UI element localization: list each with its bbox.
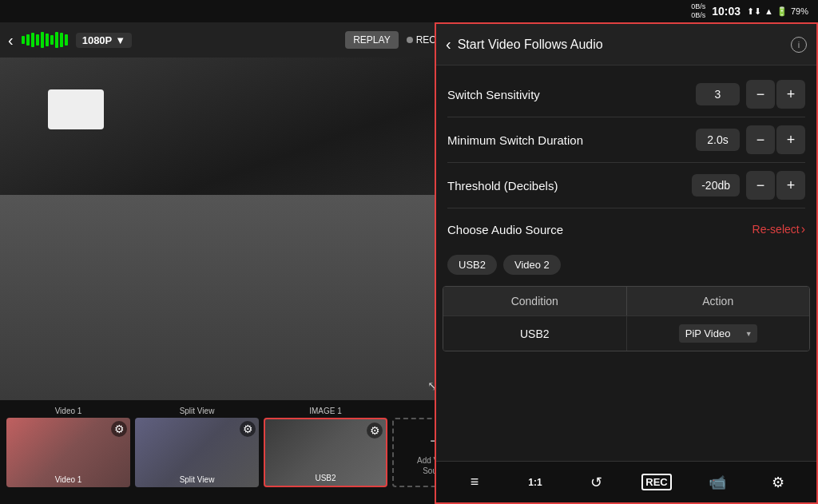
audio-level [22, 32, 68, 48]
switch-sensitivity-label: Switch Sensitivity [447, 88, 689, 101]
switch-sensitivity-value: 3 [696, 83, 740, 105]
clock: 10:03 [712, 5, 741, 18]
list-item[interactable]: Video 1 ⚙ Video 1 [6, 407, 130, 487]
thumbnail-usb2[interactable]: ⚙ USB2 [264, 418, 387, 487]
right-panel: ‹ Start Video Follows Audio i Switch Sen… [435, 22, 818, 504]
table-row: USB2 PiP Video Split View Full Screen [443, 315, 809, 351]
list-item[interactable]: IMAGE 1 ⚙ USB2 [264, 407, 387, 487]
status-icons: ⬆⬇ ▲ 🔋 79% [747, 6, 808, 17]
chevron-right-icon: › [801, 222, 805, 236]
record-button[interactable]: REC [639, 465, 674, 500]
menu-icon: ≡ [471, 474, 479, 490]
signal-icon: ⬆⬇ [747, 6, 761, 17]
page-title: Start Video Follows Audio [458, 38, 784, 52]
gear-icon[interactable]: ⚙ [240, 421, 256, 437]
record-icon: REC [641, 474, 671, 490]
battery-icon: 🔋 [776, 6, 788, 17]
threshold-increment[interactable]: + [776, 171, 805, 200]
source-tag-video2[interactable]: Video 2 [503, 255, 561, 275]
choose-audio-source-row: Choose Audio Source Re-select › [436, 208, 816, 250]
source-tags: USB2 Video 2 [436, 250, 816, 283]
min-switch-duration-increment[interactable]: + [776, 125, 805, 154]
camera-toolbar: ‹ 1080P ▼ REPLAY REC [0, 22, 444, 58]
main-video: ⤡ [0, 58, 444, 400]
left-panel: ‹ 1080P ▼ REPLAY REC ⤡ [0, 22, 444, 504]
back-button[interactable]: ‹ [8, 31, 14, 50]
thumbnail-split-view[interactable]: ⚙ Split View [135, 418, 259, 487]
gear-icon: ⚙ [772, 474, 784, 491]
min-switch-duration-stepper: − + [746, 125, 805, 154]
replay-icon: ↺ [590, 474, 602, 491]
ratio-icon: 1:1 [528, 477, 542, 488]
action-cell: PiP Video Split View Full Screen [627, 316, 810, 351]
thumbnail-video1[interactable]: ⚙ Video 1 [6, 418, 130, 487]
condition-header: Condition [443, 287, 627, 315]
action-header: Action [627, 287, 810, 315]
threshold-row: Threshold (Decibels) -20db − + [436, 163, 816, 208]
min-switch-duration-decrement[interactable]: − [746, 125, 775, 154]
dropdown-arrow-icon: ▼ [115, 34, 125, 46]
menu-button[interactable]: ≡ [457, 465, 492, 500]
wifi-icon: ▲ [764, 6, 773, 16]
choose-audio-source-label: Choose Audio Source [447, 223, 752, 236]
bottom-toolbar: ≡ 1:1 ↺ REC 📹 ⚙ [436, 461, 816, 502]
replay-toolbar-button[interactable]: ↺ [578, 465, 614, 500]
reselect-button[interactable]: Re-select › [752, 222, 805, 236]
settings-button[interactable]: ⚙ [760, 465, 796, 500]
threshold-label: Threshold (Decibels) [447, 179, 685, 192]
switch-sensitivity-decrement[interactable]: − [746, 80, 775, 109]
video-feed [0, 58, 444, 400]
switch-sensitivity-stepper: − + [746, 80, 805, 109]
back-button[interactable]: ‹ [446, 35, 451, 54]
action-select-wrapper[interactable]: PiP Video Split View Full Screen [679, 324, 757, 343]
camera-icon: 📹 [709, 474, 726, 491]
min-switch-duration-row: Minimum Switch Duration 2.0s − + [436, 117, 816, 162]
source-tag-usb2[interactable]: USB2 [447, 255, 497, 275]
data-speed: 0B/s 0B/s [691, 2, 705, 20]
condition-action-table: Condition Action USB2 PiP Video Split Vi… [443, 286, 810, 351]
threshold-stepper: − + [746, 171, 805, 200]
switch-sensitivity-row: Switch Sensitivity 3 − + [436, 72, 816, 117]
rec-button[interactable]: REC [407, 34, 436, 46]
rec-dot-icon [407, 37, 413, 43]
camera-button[interactable]: 📹 [700, 465, 735, 500]
thumbnail-row: Video 1 ⚙ Video 1 Split View ⚙ Split Vie… [0, 400, 444, 504]
video-object [48, 89, 104, 129]
action-select[interactable]: PiP Video Split View Full Screen [679, 324, 757, 343]
gear-icon[interactable]: ⚙ [111, 421, 127, 437]
replay-button[interactable]: REPLAY [345, 31, 398, 49]
threshold-decrement[interactable]: − [746, 171, 775, 200]
switch-sensitivity-increment[interactable]: + [776, 80, 805, 109]
right-panel-header: ‹ Start Video Follows Audio i [436, 24, 816, 65]
info-icon[interactable]: i [791, 37, 807, 53]
battery-percent: 79% [791, 6, 808, 16]
list-item[interactable]: Split View ⚙ Split View [135, 407, 259, 487]
min-switch-duration-value: 2.0s [696, 129, 740, 151]
road-scene [0, 195, 444, 400]
min-switch-duration-label: Minimum Switch Duration [447, 133, 689, 147]
table-header: Condition Action [443, 287, 809, 315]
settings-content: Switch Sensitivity 3 − + Minimum Switch … [436, 65, 816, 461]
ratio-button[interactable]: 1:1 [518, 465, 553, 500]
threshold-value: -20db [692, 174, 740, 196]
gear-icon[interactable]: ⚙ [367, 423, 383, 439]
status-bar: 0B/s 0B/s 10:03 ⬆⬇ ▲ 🔋 79% [0, 0, 818, 22]
resolution-badge[interactable]: 1080P ▼ [76, 33, 132, 48]
condition-cell: USB2 [443, 316, 627, 351]
